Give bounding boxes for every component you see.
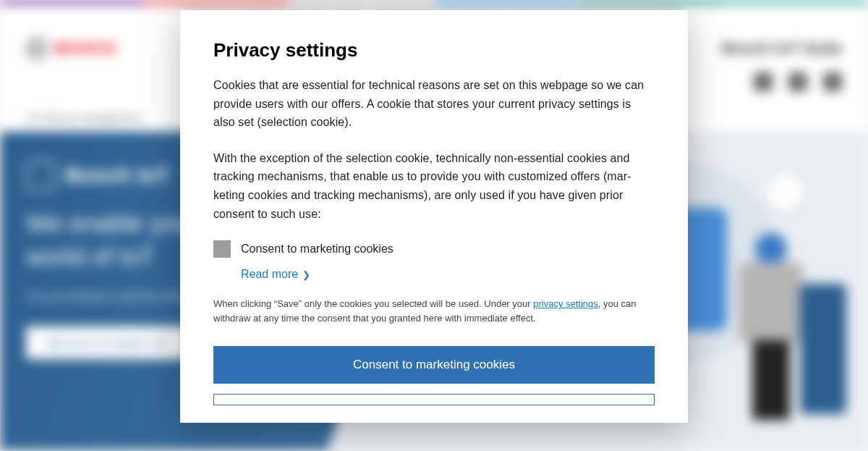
- bosch-logo-icon: [26, 38, 48, 59]
- modal-paragraph-2: With the exception of the selection cook…: [213, 149, 655, 223]
- privacy-settings-modal: Privacy settings Cookies that are essent…: [180, 10, 688, 423]
- product-name: Bosch IoT Suite: [722, 39, 842, 58]
- bosch-logo-text: BOSCH: [55, 39, 116, 58]
- bubble-icon: [767, 175, 803, 211]
- save-button[interactable]: [213, 394, 655, 405]
- person-icon: [739, 233, 803, 420]
- consent-marketing-label: Consent to marketing cookies: [241, 243, 393, 256]
- read-more-link[interactable]: Read more ❯: [241, 268, 310, 281]
- chevron-right-icon: ❯: [302, 269, 310, 280]
- consent-marketing-checkbox[interactable]: [213, 240, 231, 258]
- search-icon[interactable]: [823, 72, 842, 91]
- panel-icon: [800, 284, 846, 414]
- globe-icon[interactable]: [788, 72, 807, 91]
- bosch-logo[interactable]: BOSCH: [26, 38, 116, 59]
- consent-marketing-row: Consent to marketing cookies: [213, 240, 655, 258]
- hero-cta-button[interactable]: Start your IoT project now: [26, 326, 187, 359]
- hero-brand: Bosch IoT: [65, 163, 170, 187]
- consent-all-button[interactable]: Consent to marketing cookies: [213, 346, 655, 384]
- read-more-label: Read more: [241, 268, 298, 281]
- hero-product-icon: [26, 161, 55, 190]
- fine-print: When clicking “Save” only the cookies yo…: [213, 297, 655, 326]
- modal-paragraph-1: Cookies that are essential for technical…: [213, 76, 655, 132]
- privacy-settings-link[interactable]: privacy settings: [533, 298, 598, 309]
- cart-icon[interactable]: [754, 72, 773, 91]
- modal-title: Privacy settings: [213, 39, 655, 62]
- brand-stripe: [0, 0, 868, 4]
